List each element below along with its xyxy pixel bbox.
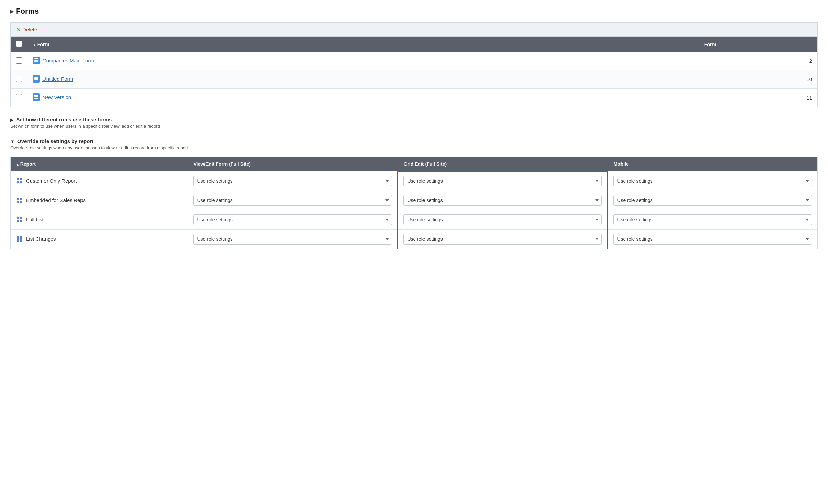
view-edit-col-header: View/Edit Form (Full Site)	[188, 157, 398, 171]
form-num-col-header: Form	[699, 37, 818, 52]
view-edit-cell-2[interactable]: Use role settingsCompanies Main FormUnti…	[188, 210, 398, 230]
form-link-2[interactable]: New Version	[33, 93, 71, 101]
svg-rect-2	[17, 181, 19, 183]
svg-rect-1	[20, 178, 22, 180]
form-number-0: 2	[699, 52, 818, 70]
report-name-cell-1: Embedded for Sales Reps	[11, 191, 188, 210]
svg-rect-3	[20, 181, 22, 183]
override-section: ▼ Override role settings by report Overr…	[10, 138, 818, 150]
svg-rect-14	[17, 239, 19, 242]
role-select-2[interactable]: Use role settingsCompanies Main FormUnti…	[613, 214, 812, 225]
mobile-cell-2[interactable]: Use role settingsCompanies Main FormUnti…	[608, 210, 817, 230]
svg-rect-13	[20, 236, 22, 239]
set-roles-toggle[interactable]: ▶	[10, 117, 14, 122]
row-checkbox-0[interactable]	[16, 57, 22, 64]
form-link-1[interactable]: Untitled Form	[33, 75, 73, 83]
table-row: Companies Main Form 2	[11, 52, 818, 70]
mobile-col-header: Mobile	[608, 157, 817, 171]
table-row: New Version 11	[11, 89, 818, 107]
report-row: List Changes Use role settingsCompanies …	[11, 230, 818, 249]
set-roles-subtitle: Set which form to use when users in a sp…	[10, 124, 818, 129]
svg-rect-8	[17, 217, 19, 219]
role-select-1[interactable]: Use role settingsCompanies Main FormUnti…	[193, 195, 392, 206]
breadcrumb: ▶ Forms	[10, 7, 818, 16]
report-row: Full List Use role settingsCompanies Mai…	[11, 210, 818, 230]
view-edit-cell-1[interactable]: Use role settingsCompanies Main FormUnti…	[188, 191, 398, 210]
forms-table: Form Form Companies Main Form 2	[10, 36, 818, 107]
delete-button[interactable]: ✕ Delete	[16, 26, 37, 33]
form-number-1: 10	[699, 70, 818, 89]
form-number-2: 11	[699, 89, 818, 107]
role-select-1[interactable]: Use role settingsCompanies Main FormUnti…	[403, 195, 602, 206]
override-toggle[interactable]: ▼	[10, 139, 15, 144]
report-name-cell-3: List Changes	[11, 230, 188, 249]
grid-edit-cell-1[interactable]: Use role settingsCompanies Main FormUnti…	[398, 191, 608, 210]
report-icon-1	[16, 197, 23, 204]
report-row: Embedded for Sales Reps Use role setting…	[11, 191, 818, 210]
form-name-0: Companies Main Form	[42, 58, 94, 64]
role-select-3[interactable]: Use role settingsCompanies Main FormUnti…	[613, 234, 812, 245]
override-subtitle: Override role settings when any user cho…	[10, 145, 818, 150]
svg-rect-9	[20, 217, 22, 219]
set-roles-section: ▶ Set how different roles use these form…	[10, 116, 818, 129]
view-edit-cell-3[interactable]: Use role settingsCompanies Main FormUnti…	[188, 230, 398, 249]
form-col-header: Form	[28, 37, 699, 52]
svg-rect-4	[17, 198, 19, 200]
report-name-cell-2: Full List	[11, 210, 188, 230]
override-title: Override role settings by report	[17, 138, 93, 144]
report-name-label-1: Embedded for Sales Reps	[26, 197, 86, 203]
grid-edit-cell-2[interactable]: Use role settingsCompanies Main FormUnti…	[398, 210, 608, 230]
grid-edit-col-header: Grid Edit (Full Site)	[398, 157, 608, 171]
form-name-1: Untitled Form	[42, 76, 73, 82]
toolbar: ✕ Delete	[10, 22, 818, 36]
delete-label: Delete	[22, 26, 37, 32]
grid-edit-cell-3[interactable]: Use role settingsCompanies Main FormUnti…	[398, 230, 608, 249]
svg-rect-5	[20, 198, 22, 200]
report-icon-0	[16, 177, 23, 184]
svg-rect-6	[17, 201, 19, 203]
role-select-0[interactable]: Use role settingsCompanies Main FormUnti…	[403, 176, 602, 186]
role-select-1[interactable]: Use role settingsCompanies Main FormUnti…	[613, 195, 812, 206]
role-select-0[interactable]: Use role settingsCompanies Main FormUnti…	[193, 176, 392, 186]
report-name-cell-0: Customer Only Report	[11, 171, 188, 191]
form-name-2: New Version	[42, 94, 71, 100]
row-checkbox-2[interactable]	[16, 94, 22, 100]
mobile-cell-3[interactable]: Use role settingsCompanies Main FormUnti…	[608, 230, 817, 249]
delete-icon: ✕	[16, 26, 20, 33]
report-table: Report View/Edit Form (Full Site) Grid E…	[10, 157, 818, 249]
report-name-label-3: List Changes	[26, 236, 56, 242]
page-title: Forms	[16, 7, 39, 16]
grid-edit-cell-0[interactable]: Use role settingsCompanies Main FormUnti…	[398, 171, 608, 191]
role-select-0[interactable]: Use role settingsCompanies Main FormUnti…	[613, 176, 812, 186]
report-col-header: Report	[11, 157, 188, 171]
svg-rect-11	[20, 220, 22, 222]
row-checkbox-1[interactable]	[16, 76, 22, 82]
report-icon-3	[16, 235, 23, 243]
mobile-cell-1[interactable]: Use role settingsCompanies Main FormUnti…	[608, 191, 817, 210]
role-select-3[interactable]: Use role settingsCompanies Main FormUnti…	[193, 234, 392, 245]
role-select-2[interactable]: Use role settingsCompanies Main FormUnti…	[193, 214, 392, 225]
report-icon-2	[16, 216, 23, 223]
set-roles-title: Set how different roles use these forms	[16, 116, 112, 122]
report-row: Customer Only Report Use role settingsCo…	[11, 171, 818, 191]
svg-rect-7	[20, 201, 22, 203]
role-select-3[interactable]: Use role settingsCompanies Main FormUnti…	[403, 234, 602, 245]
form-icon-1	[33, 75, 40, 83]
svg-rect-12	[17, 236, 19, 239]
report-name-label-0: Customer Only Report	[26, 178, 77, 184]
table-row: Untitled Form 10	[11, 70, 818, 89]
form-icon-2	[33, 93, 40, 101]
report-name-label-2: Full List	[26, 217, 44, 222]
select-all-checkbox[interactable]	[16, 41, 22, 47]
svg-rect-10	[17, 220, 19, 222]
breadcrumb-arrow: ▶	[10, 8, 14, 14]
role-select-2[interactable]: Use role settingsCompanies Main FormUnti…	[403, 214, 602, 225]
view-edit-cell-0[interactable]: Use role settingsCompanies Main FormUnti…	[188, 171, 398, 191]
mobile-cell-0[interactable]: Use role settingsCompanies Main FormUnti…	[608, 171, 817, 191]
svg-rect-0	[17, 178, 19, 180]
form-icon-0	[33, 57, 40, 64]
form-link-0[interactable]: Companies Main Form	[33, 57, 94, 64]
svg-rect-15	[20, 239, 22, 242]
